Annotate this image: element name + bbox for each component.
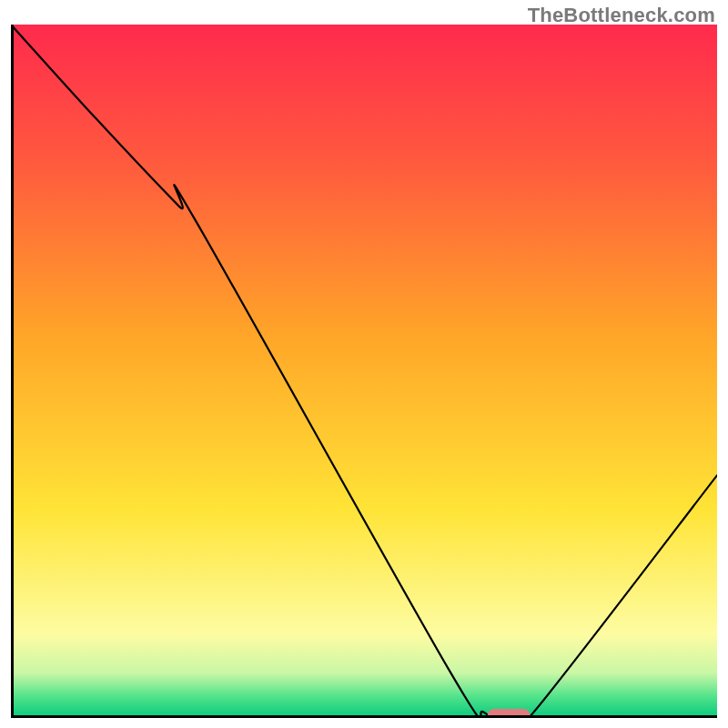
y-axis-line <box>11 25 14 718</box>
chart-frame: TheBottleneck.com <box>0 0 728 728</box>
plot-area <box>11 25 717 718</box>
x-axis-line <box>11 715 717 718</box>
